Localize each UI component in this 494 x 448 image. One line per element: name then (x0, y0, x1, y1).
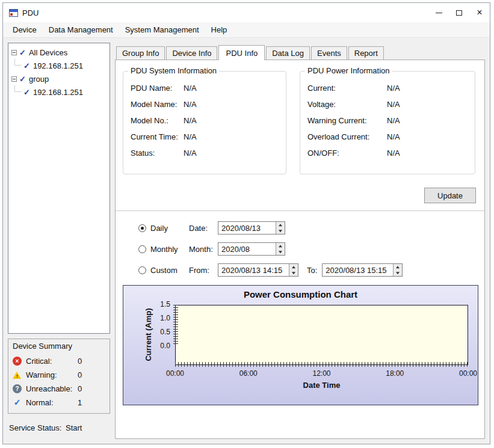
tab-data-log[interactable]: Data Log (266, 46, 310, 60)
field-value: N/A (184, 149, 197, 158)
menu-system-management[interactable]: System Management (119, 23, 205, 37)
tree-connector (14, 85, 21, 92)
field-value: N/A (387, 132, 400, 141)
field-label: Current Time: (131, 132, 184, 141)
menu-device[interactable]: Device (7, 23, 43, 37)
groupbox-title: PDU Power Information (305, 66, 392, 75)
close-button[interactable]: × (469, 3, 490, 22)
field-label: Model No.: (131, 116, 184, 125)
app-icon (9, 9, 18, 17)
y-tick-label: 0.0 (151, 342, 170, 350)
month-value[interactable]: 2020/08 (218, 243, 253, 255)
tree-item-label: 192.168.1.251 (33, 88, 83, 97)
tab-group-info[interactable]: Group Info (116, 46, 165, 60)
spin-down-icon[interactable] (394, 270, 402, 276)
x-tick-label: 00:00 (166, 369, 184, 378)
minimize-button[interactable] (428, 3, 449, 22)
spin-up-icon[interactable] (394, 264, 402, 270)
divider (116, 210, 484, 212)
summary-label: Warning: (26, 370, 78, 379)
tab-pdu-info[interactable]: PDU Info (218, 45, 265, 60)
field-value: N/A (387, 116, 400, 125)
field-value: N/A (387, 149, 400, 158)
tab-device-info[interactable]: Device Info (166, 46, 217, 60)
from-spinner[interactable]: 2020/08/13 14:15 (218, 263, 298, 277)
field-label: Current: (307, 84, 387, 93)
field-label: ON/OFF: (307, 149, 387, 158)
tree-item-all-devices[interactable]: ✓ All Devices (10, 46, 108, 59)
date-label: Date: (189, 224, 218, 233)
field-row: Current: N/A (307, 84, 468, 93)
menu-bar: Device Data Management System Management… (3, 22, 490, 38)
summary-row-warning: ! Warning: 0 (13, 368, 105, 382)
spin-down-icon[interactable] (276, 228, 285, 234)
spinner-buttons[interactable] (276, 243, 285, 255)
summary-value: 0 (78, 370, 82, 379)
y-tick-label: 1.5 (151, 300, 170, 308)
device-tree: ✓ All Devices ✓ 192.168.1.251 ✓ group ✓ … (8, 43, 110, 334)
field-label: Status: (131, 149, 184, 158)
tree-item-device-2[interactable]: ✓ 192.168.1.251 (10, 85, 108, 99)
month-spinner[interactable]: 2020/08 (218, 242, 285, 256)
field-row: Warning Current: N/A (307, 116, 468, 125)
month-label: Month: (189, 245, 218, 254)
spin-up-icon[interactable] (289, 264, 298, 270)
x-tick-label: 18:00 (386, 369, 404, 378)
tree-connector (14, 59, 21, 66)
field-row: Overload Current: N/A (307, 132, 468, 141)
spinner-buttons[interactable] (289, 264, 298, 276)
titlebar: PDU × (3, 3, 490, 22)
tab-events[interactable]: Events (311, 46, 347, 60)
monthly-radio[interactable] (138, 245, 146, 253)
main-area: ✓ All Devices ✓ 192.168.1.251 ✓ group ✓ … (3, 38, 490, 444)
maximize-button[interactable] (449, 3, 469, 22)
daily-radio[interactable] (138, 224, 146, 232)
pdu-power-information-groupbox: PDU Power Information Current: N/A Volta… (300, 71, 475, 174)
custom-radio-label[interactable]: Custom (150, 266, 189, 275)
tab-report[interactable]: Report (348, 46, 384, 60)
pdu-system-information-groupbox: PDU System Information PDU Name: N/A Mod… (123, 71, 286, 174)
date-value[interactable]: 2020/08/13 (218, 222, 264, 234)
from-value[interactable]: 2020/08/13 14:15 (218, 264, 285, 276)
summary-label: Unreachable: (26, 384, 78, 393)
collapse-toggle-icon[interactable] (11, 76, 17, 82)
normal-check-icon: ✓ (13, 398, 22, 407)
field-value: N/A (387, 84, 400, 93)
update-button[interactable]: Update (424, 188, 476, 203)
field-value: N/A (184, 116, 197, 125)
menu-data-management[interactable]: Data Management (43, 23, 119, 37)
service-status: Service Status: Start (8, 423, 110, 432)
chart-title: Power Consumption Chart (123, 289, 478, 299)
summary-value: 1 (78, 398, 82, 407)
spin-down-icon[interactable] (276, 249, 285, 255)
field-value: N/A (184, 132, 197, 141)
left-panel: ✓ All Devices ✓ 192.168.1.251 ✓ group ✓ … (8, 43, 110, 439)
info-groupboxes: PDU System Information PDU Name: N/A Mod… (123, 71, 478, 174)
x-tick-label: 12:00 (312, 369, 330, 378)
device-summary-title: Device Summary (13, 342, 105, 351)
date-spinner[interactable]: 2020/08/13 (218, 221, 285, 235)
tree-item-group[interactable]: ✓ group (10, 72, 108, 85)
spin-up-icon[interactable] (276, 243, 285, 249)
custom-radio[interactable] (138, 266, 146, 274)
spinner-buttons[interactable] (276, 222, 285, 234)
summary-value: 0 (78, 357, 82, 366)
field-row: Current Time: N/A (131, 132, 279, 141)
to-value[interactable]: 2020/08/13 15:15 (323, 264, 389, 276)
daily-radio-label[interactable]: Daily (150, 224, 189, 233)
power-consumption-chart: Power Consumption Chart Current (Amp) 1.… (123, 285, 478, 405)
device-summary: Device Summary × Critical: 0 ! Warning: … (8, 339, 110, 414)
menu-help[interactable]: Help (205, 23, 233, 37)
spin-up-icon[interactable] (276, 222, 285, 228)
to-spinner[interactable]: 2020/08/13 15:15 (322, 263, 403, 277)
field-value: N/A (387, 100, 400, 109)
spin-down-icon[interactable] (289, 270, 298, 276)
check-icon: ✓ (19, 75, 26, 84)
pdu-window: PDU × Device Data Management System Mana… (2, 2, 490, 444)
collapse-toggle-icon[interactable] (11, 50, 17, 55)
monthly-radio-label[interactable]: Monthly (150, 245, 189, 254)
spinner-buttons[interactable] (393, 264, 402, 276)
app-icon-dot (10, 13, 13, 16)
field-value: N/A (184, 100, 197, 109)
tree-item-device-1[interactable]: ✓ 192.168.1.251 (10, 59, 108, 72)
